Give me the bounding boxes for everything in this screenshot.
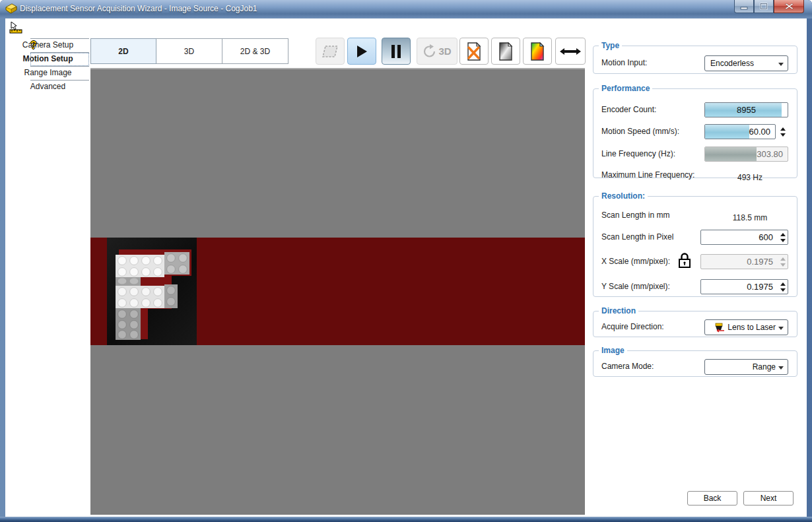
minimize-button[interactable] — [734, 0, 754, 13]
lens-to-laser-icon — [715, 323, 726, 333]
chevron-down-icon — [778, 366, 784, 370]
line-frequency-field: 303.80 — [704, 147, 788, 162]
type-group-title: Type — [599, 41, 622, 50]
close-icon — [785, 3, 794, 10]
range-image-viewport — [90, 68, 585, 515]
pause-button[interactable] — [382, 38, 411, 65]
scan-length-px-field[interactable]: 600 — [700, 230, 788, 245]
x-scale-value: 0.1975 — [747, 257, 773, 267]
app-window: Displacement Sensor Acquisition Wizard -… — [0, 0, 812, 522]
close-button[interactable] — [774, 0, 804, 13]
line-frequency-label: Line Frequency (Hz): — [601, 149, 675, 158]
page-x-icon — [466, 42, 482, 61]
back-button[interactable]: Back — [687, 491, 737, 506]
tab-label: 2D — [118, 47, 128, 56]
sidebar-item-label: Motion Setup — [23, 54, 73, 63]
scan-length-mm-label: Scan Length in mm — [601, 211, 669, 220]
direction-group-title: Direction — [599, 306, 638, 315]
view-tab-bar: 2D 3D 2D & 3D — [90, 38, 288, 64]
scan-length-px-value: 600 — [759, 232, 773, 242]
next-button[interactable]: Next — [743, 491, 794, 506]
image-group-title: Image — [599, 346, 627, 355]
tab-label: 3D — [184, 47, 194, 56]
refresh-3d-button: 3D — [417, 38, 457, 65]
grayscale-view-button[interactable] — [491, 38, 520, 65]
motion-input-dropdown[interactable]: Encoderless — [704, 55, 788, 71]
chevron-down-icon — [778, 327, 784, 330]
spin-up-icon — [780, 257, 786, 261]
motion-input-value: Encoderless — [710, 59, 754, 68]
fit-width-button[interactable] — [555, 38, 586, 65]
tab-3d[interactable]: 3D — [156, 38, 222, 64]
no-image-button[interactable] — [459, 38, 489, 65]
motion-speed-progress — [705, 125, 749, 139]
page-grayscale-icon — [498, 42, 514, 61]
encoder-count-label: Encoder Count: — [601, 105, 656, 114]
region-select-button — [316, 38, 345, 65]
motion-speed-spinner[interactable] — [778, 124, 788, 139]
sidebar-item-range-image[interactable]: Range Image — [5, 66, 90, 80]
scan-object-region — [107, 238, 197, 345]
encoder-count-value: 8955 — [705, 105, 788, 115]
horizontal-arrow-icon — [559, 47, 582, 56]
lego-f-object — [107, 238, 197, 345]
y-scale-value: 0.1975 — [747, 282, 773, 292]
acquire-direction-value: Lens to Laser — [727, 323, 776, 332]
x-scale-field: 0.1975 — [700, 254, 788, 269]
spin-down-icon[interactable] — [780, 288, 786, 292]
scan-band — [90, 238, 585, 345]
sidebar-item-advanced[interactable]: Advanced — [5, 80, 90, 94]
x-scale-spinner — [778, 254, 788, 269]
tab-2d-and-3d[interactable]: 2D & 3D — [222, 38, 288, 64]
minimize-icon — [740, 3, 748, 10]
y-scale-field[interactable]: 0.1975 — [700, 279, 788, 294]
acquire-direction-label: Acquire Direction: — [601, 322, 664, 331]
line-frequency-value: 303.80 — [757, 149, 783, 159]
sidebar-item-label: Camera Setup — [22, 40, 73, 49]
sidebar-item-camera-setup[interactable]: Camera Setup — [5, 38, 90, 52]
spin-up-icon[interactable] — [780, 282, 786, 286]
maximize-button[interactable] — [754, 0, 774, 13]
motion-input-label: Motion Input: — [601, 58, 647, 67]
scan-length-mm-value: 118.5 mm — [724, 213, 776, 222]
dashed-parallelogram-icon — [321, 45, 339, 58]
y-scale-spinner[interactable] — [778, 279, 788, 294]
chevron-down-icon — [778, 63, 784, 66]
spin-down-icon[interactable] — [780, 239, 786, 242]
spin-down-icon — [780, 263, 786, 267]
measure-tool-icon[interactable] — [9, 22, 24, 34]
spin-up-icon[interactable] — [780, 127, 786, 131]
image-group: Image Camera Mode: Range — [593, 346, 797, 377]
y-scale-label: Y Scale (mm/pixel): — [601, 282, 670, 291]
spin-up-icon[interactable] — [780, 233, 786, 236]
title-bar: Displacement Sensor Acquisition Wizard -… — [0, 0, 812, 18]
motion-speed-label: Motion Speed (mm/s): — [601, 127, 679, 136]
performance-group: Performance Encoder Count: 8955 Motion S… — [593, 84, 797, 178]
window-content: ? Camera Setup Motion Setup Range Image … — [5, 18, 807, 517]
play-button[interactable] — [347, 38, 376, 65]
acquire-direction-dropdown[interactable]: Lens to Laser — [704, 319, 788, 335]
sidebar-item-label: Advanced — [30, 82, 65, 91]
sidebar-item-motion-setup[interactable]: Motion Setup — [5, 52, 90, 66]
type-group: Type Motion Input: Encoderless — [593, 41, 797, 74]
encoder-count-field[interactable]: 8955 — [704, 102, 788, 117]
color-view-button[interactable] — [523, 38, 552, 65]
app-icon — [5, 3, 17, 15]
window-title: Displacement Sensor Acquisition Wizard -… — [20, 4, 257, 13]
camera-mode-dropdown[interactable]: Range — [704, 359, 788, 375]
line-frequency-progress — [705, 147, 757, 161]
pause-icon — [391, 45, 401, 58]
lock-icon[interactable] — [678, 253, 691, 269]
scan-length-px-spinner[interactable] — [778, 230, 788, 245]
motion-speed-field[interactable]: 60.00 — [704, 124, 776, 139]
maximize-icon — [760, 3, 768, 10]
play-icon — [356, 45, 368, 58]
spin-down-icon[interactable] — [780, 133, 786, 137]
motion-speed-value: 60.00 — [749, 127, 770, 137]
tab-label: 2D & 3D — [240, 47, 270, 56]
tab-2d[interactable]: 2D — [90, 38, 156, 64]
page-rainbow-icon — [529, 42, 545, 61]
camera-mode-value: Range — [753, 362, 776, 372]
window-bottom-border — [0, 517, 812, 522]
max-line-frequency-value: 493 Hz — [724, 173, 776, 182]
